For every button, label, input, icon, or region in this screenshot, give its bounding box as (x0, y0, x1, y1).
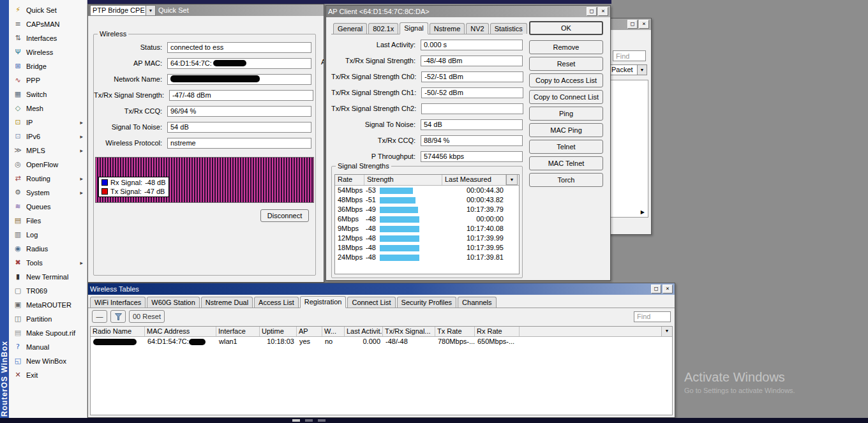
close-button[interactable]: × (662, 285, 673, 293)
taskbar[interactable] (0, 418, 868, 423)
chevron-down-icon[interactable]: ▼ (146, 5, 156, 16)
close-button[interactable]: × (639, 20, 649, 29)
reset-counters-button[interactable]: 00 Reset (129, 310, 165, 323)
wireless-protocol-input[interactable]: nstreme (167, 138, 311, 149)
tab-wifi-interfaces[interactable]: WiFi Interfaces (90, 297, 146, 308)
column-header[interactable]: Strength (364, 175, 442, 185)
filter-button[interactable] (110, 310, 126, 323)
column-header[interactable]: Last Measured (442, 175, 506, 185)
column-header[interactable]: Rx Rate (475, 327, 520, 336)
close-button[interactable]: × (598, 7, 608, 16)
scroll-right-arrow-icon[interactable]: ▶ (641, 209, 645, 215)
sidebar-item-bridge[interactable]: ⊞ Bridge ▸ (9, 59, 87, 73)
signal-rate-row[interactable]: 54Mbps -53 00:00:44.30 (335, 186, 519, 195)
remove-button[interactable]: — (92, 310, 107, 323)
quick-set-titlebar[interactable]: PTP Bridge CPE ▼ Quick Set (88, 4, 324, 16)
tab-w60g-station[interactable]: W60G Station (147, 297, 199, 308)
signal-rate-row[interactable]: 36Mbps -49 10:17:39.79 (335, 205, 519, 214)
chevron-down-icon[interactable]: ▼ (638, 64, 647, 75)
sidebar-item-system[interactable]: ⚙ System ▸ (9, 186, 87, 200)
tab-registration[interactable]: Registration (300, 296, 347, 308)
status-input[interactable]: connected to ess (167, 42, 311, 53)
sidebar-item-routing[interactable]: ⇄ Routing ▸ (9, 172, 87, 186)
tab-connect-list[interactable]: Connect List (347, 297, 395, 308)
sidebar-item-switch[interactable]: ▦ Switch ▸ (9, 87, 87, 101)
ap-mac-input[interactable]: 64:D1:54:7C: (167, 58, 311, 69)
column-header[interactable]: MAC Address (145, 327, 216, 336)
txrx-signal-strength-input[interactable]: -48/-48 dBm (421, 56, 523, 66)
registration-row[interactable]: 64:D1:54:7C: wlan1 10:18:03 yes no 0.000… (91, 337, 672, 346)
column-header[interactable]: Last Activit... (345, 327, 383, 336)
tab-channels[interactable]: Channels (458, 297, 496, 308)
telnet-button[interactable]: Telnet (529, 140, 603, 154)
tab-security-profiles[interactable]: Security Profiles (397, 297, 456, 308)
column-header[interactable]: Radio Name (91, 327, 145, 336)
copy-to-connect-list-button[interactable]: Copy to Connect List (529, 90, 603, 104)
tab-signal[interactable]: Signal (400, 22, 428, 34)
column-header[interactable]: AP (297, 327, 322, 336)
sidebar-item-metarouter[interactable]: ▣ MetaROUTER ▸ (9, 298, 87, 312)
taskbar-item[interactable] (305, 419, 313, 422)
restore-button[interactable]: □ (627, 20, 638, 29)
p-throughput-input[interactable]: 574456 kbps (421, 151, 523, 162)
signal-rate-row[interactable]: 18Mbps -48 10:17:39.95 (335, 243, 519, 253)
sidebar-item-openflow[interactable]: ◎ OpenFlow ▸ (9, 158, 87, 172)
taskbar-item[interactable] (292, 419, 300, 422)
sidebar-item-tools[interactable]: ✖ Tools ▸ (9, 256, 87, 270)
tab-statistics[interactable]: Statistics (490, 23, 527, 34)
sidebar-item-ipv6[interactable]: ⊡ IPv6 ▸ (9, 130, 87, 144)
column-header[interactable]: Rate (335, 175, 364, 185)
sidebar-item-files[interactable]: ▤ Files ▸ (9, 214, 87, 228)
tab-general[interactable]: General (333, 23, 367, 34)
find-input[interactable] (613, 50, 646, 61)
ap-client-window[interactable]: AP Client <64:D1:54:7C:8C:DA> □ × Genera… (326, 5, 611, 281)
packet-filter-combo[interactable]: Packet ▼ (609, 64, 647, 75)
sidebar-item-new-winbox[interactable]: ◱ New WinBox ▸ (9, 354, 87, 368)
sidebar-item-ppp[interactable]: ∿ PPP ▸ (9, 73, 87, 87)
txrx-signal-strength-input[interactable]: -47/-48 dBm (169, 90, 313, 101)
column-header[interactable]: Interface (216, 327, 260, 336)
signal-to-noise-input[interactable]: 54 dB (421, 119, 523, 130)
sidebar-item-tr069[interactable]: ▢ TR069 ▸ (9, 284, 87, 298)
tab-nstreme[interactable]: Nstreme (430, 23, 465, 34)
sidebar-item-new-terminal[interactable]: ▮ New Terminal ▸ (9, 270, 87, 284)
ap-client-titlebar[interactable]: AP Client <64:D1:54:7C:8C:DA> □ × (326, 6, 610, 17)
mode-combo[interactable]: PTP Bridge CPE ▼ (90, 5, 156, 16)
column-selector-dropdown[interactable]: ▼ (506, 175, 518, 185)
mac-ping-button[interactable]: MAC Ping (529, 123, 603, 137)
ok-button[interactable]: OK (529, 21, 603, 35)
sidebar-item-manual[interactable]: ? Manual ▸ (9, 340, 87, 354)
sidebar-item-interfaces[interactable]: ⇅ Interfaces ▸ (9, 31, 87, 45)
signal-rate-row[interactable]: 24Mbps -48 10:17:39.81 (335, 253, 519, 262)
signal-rate-row[interactable]: 6Mbps -48 00:00:00 (335, 214, 519, 224)
disconnect-button[interactable]: Disconnect (260, 209, 309, 222)
txrx-signal-ch0-input[interactable]: -52/-51 dBm (421, 71, 523, 82)
sidebar-item-mpls[interactable]: ≫ MPLS ▸ (9, 144, 87, 158)
packet-combo-value[interactable]: Packet (609, 64, 638, 75)
signal-rate-row[interactable]: 9Mbps -48 10:17:40.08 (335, 224, 519, 234)
signal-rate-row[interactable]: 48Mbps -51 00:00:43.82 (335, 195, 519, 205)
find-input[interactable] (634, 311, 671, 322)
column-selector-dropdown[interactable]: ▼ (661, 327, 672, 336)
quick-set-window[interactable]: PTP Bridge CPE ▼ Quick Set Wireless Stat… (87, 4, 324, 283)
sidebar-item-capsman[interactable]: ≡ CAPsMAN ▸ (9, 17, 87, 31)
sidebar-item-quick-set[interactable]: ⚡ Quick Set ▸ (9, 3, 87, 17)
sidebar-item-wireless[interactable]: Ψ Wireless ▸ (9, 45, 87, 59)
sidebar-item-make-supout[interactable]: ▤ Make Supout.rif ▸ (9, 326, 87, 340)
column-header[interactable]: Tx/Rx Signal... (383, 327, 435, 336)
wireless-tables-titlebar[interactable]: Wireless Tables □ × (88, 283, 675, 295)
signal-to-noise-input[interactable]: 54 dB (167, 122, 311, 133)
sidebar-item-partition[interactable]: ◫ Partition ▸ (9, 312, 87, 326)
mac-telnet-button[interactable]: MAC Telnet (529, 156, 603, 170)
sidebar-item-queues[interactable]: ≋ Queues ▸ (9, 200, 87, 214)
remove-button[interactable]: Remove (529, 40, 603, 54)
column-header[interactable]: W... (322, 327, 345, 336)
reset-button[interactable]: Reset (529, 57, 603, 71)
restore-button[interactable]: □ (651, 285, 661, 293)
signal-rate-row[interactable]: 12Mbps -48 10:17:39.99 (335, 234, 519, 243)
tab-access-list[interactable]: Access List (254, 297, 299, 308)
tab-nstreme-dual[interactable]: Nstreme Dual (201, 297, 253, 308)
wireless-tables-window[interactable]: Wireless Tables □ × WiFi Interfaces W60G… (87, 283, 675, 418)
sidebar-item-radius[interactable]: ◉ Radius ▸ (9, 242, 87, 256)
column-header[interactable]: Tx Rate (435, 327, 475, 336)
